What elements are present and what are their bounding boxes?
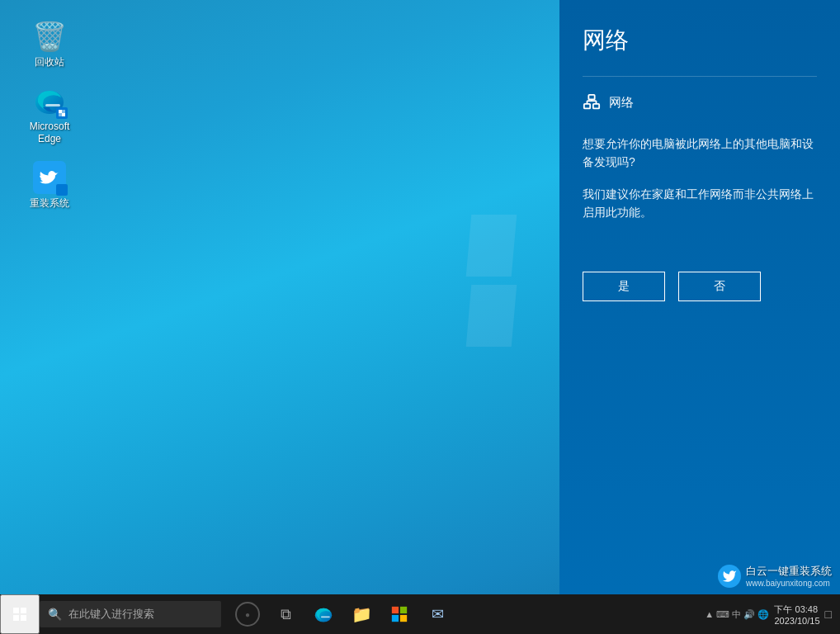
network-panel-title: 网络 <box>583 25 817 56</box>
desktop: 🗑️ 回收站 <box>0 0 840 634</box>
reinstall-label: 重装系统 <box>30 197 69 211</box>
network-no-button[interactable]: 否 <box>678 272 761 301</box>
svg-rect-3 <box>62 113 65 116</box>
svg-rect-18 <box>392 615 399 622</box>
taskbar-search-bar[interactable]: 🔍 在此键入进行搜索 <box>40 601 221 627</box>
network-section-header: 网络 <box>583 93 817 111</box>
task-view-button[interactable]: ⧉ <box>267 594 304 634</box>
cortana-circle-icon: ● <box>235 602 260 627</box>
network-recommendation: 我们建议你在家庭和工作网络而非公共网络上启用此功能。 <box>583 185 817 222</box>
svg-rect-19 <box>400 615 407 622</box>
notification-icon: □ <box>825 608 832 621</box>
taskbar-app-buttons: ● ⧉ <box>229 594 455 634</box>
store-button[interactable] <box>381 594 418 634</box>
watermark-brand: 白云一键重装系统 <box>746 564 832 579</box>
cortana-button[interactable]: ● <box>229 594 266 634</box>
svg-rect-15 <box>321 616 330 617</box>
edge-taskbar-icon <box>314 604 333 624</box>
recycle-bin-icon[interactable]: 🗑️ 回收站 <box>17 17 83 73</box>
mail-button[interactable]: ✉ <box>419 594 455 634</box>
svg-rect-2 <box>59 110 62 113</box>
network-yes-button[interactable]: 是 <box>583 272 665 301</box>
desktop-icon-area: 🗑️ 回收站 <box>17 17 83 213</box>
edge-label: MicrosoftEdge <box>30 121 70 146</box>
network-label: 网络 <box>609 95 634 111</box>
reinstall-system-icon[interactable]: 重装系统 <box>17 158 83 214</box>
edge-badge <box>56 107 68 119</box>
start-button[interactable] <box>0 594 40 634</box>
windows-logo-icon <box>13 608 26 621</box>
recycle-bin-label: 回收站 <box>35 56 64 69</box>
file-explorer-button[interactable]: 📁 <box>343 594 380 634</box>
watermark: 白云一键重装系统 www.baiyunxitong.com <box>718 564 832 588</box>
system-tray: ▲ ⌨ 中 🔊 🌐 下午 03:482023/10/15 □ <box>705 603 840 626</box>
panel-divider <box>583 76 817 77</box>
desktop-wallpaper-logo <box>460 215 559 347</box>
task-view-icon: ⧉ <box>281 606 291 623</box>
edge-taskbar-button[interactable] <box>305 594 342 634</box>
watermark-text-block: 白云一键重装系统 www.baiyunxitong.com <box>746 564 832 588</box>
network-icon <box>583 93 601 111</box>
svg-rect-4 <box>59 113 62 116</box>
network-panel: 网络 网络 想要允许你的电脑被此网络上的其他电脑和设备发现吗? 我们建议你在家庭… <box>559 0 840 634</box>
recycle-bin-image: 🗑️ <box>32 20 67 53</box>
system-tray-icons: ▲ ⌨ 中 🔊 🌐 <box>705 608 769 621</box>
svg-rect-9 <box>593 104 599 108</box>
svg-rect-7 <box>584 104 590 108</box>
watermark-url: www.baiyunxitong.com <box>746 579 832 588</box>
search-icon: 🔍 <box>48 608 62 621</box>
search-placeholder-text: 在此键入进行搜索 <box>68 607 154 622</box>
mail-icon: ✉ <box>432 605 444 623</box>
clock: 下午 03:482023/10/15 <box>774 603 819 626</box>
microsoft-edge-icon[interactable]: MicrosoftEdge <box>17 81 83 149</box>
cortana-inner: ● <box>245 610 250 619</box>
svg-rect-17 <box>400 607 407 613</box>
store-icon <box>390 605 408 623</box>
svg-rect-8 <box>588 95 594 100</box>
taskbar: 🔍 在此键入进行搜索 ● ⧉ <box>0 594 840 634</box>
svg-rect-5 <box>62 110 65 113</box>
folder-icon: 📁 <box>352 604 372 624</box>
network-buttons: 是 否 <box>583 272 817 301</box>
svg-rect-1 <box>45 104 60 106</box>
watermark-logo <box>718 565 741 588</box>
network-description: 想要允许你的电脑被此网络上的其他电脑和设备发现吗? <box>583 135 817 172</box>
svg-rect-16 <box>392 607 399 613</box>
twitter-badge <box>56 184 68 196</box>
